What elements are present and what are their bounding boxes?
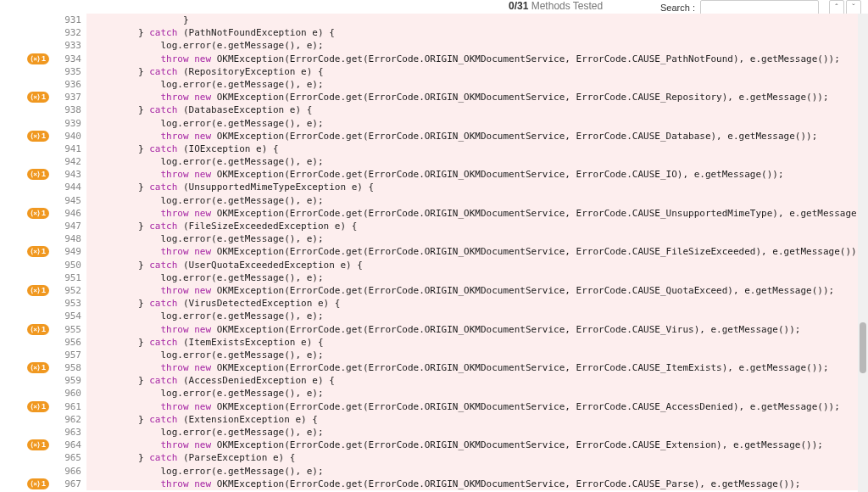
gutter-row — [0, 78, 53, 91]
code-line: 939 log.error(e.getMessage(), e); — [53, 117, 858, 130]
code-line: 938 } catch (DatabaseException e) { — [53, 103, 858, 116]
source-pre — [93, 401, 160, 412]
source-text: throw new OKMException(ErrorCode.get(Err… — [86, 439, 823, 451]
line-number: 933 — [53, 39, 86, 52]
gutter-row: ⟨×⟩1 — [0, 245, 53, 258]
keyword: catch — [149, 143, 177, 154]
source-post: (UserQuotaExceededException e) { — [177, 260, 363, 271]
gutter-row: ⟨×⟩1 — [0, 323, 53, 336]
gutter-row — [0, 194, 53, 207]
mutation-badge[interactable]: ⟨×⟩1 — [27, 131, 49, 142]
source-text: } catch (VirusDetectedException e) { — [86, 297, 340, 310]
code-line: 937 throw new OKMException(ErrorCode.get… — [53, 91, 858, 103]
source-post: (RepositoryException e) { — [177, 66, 323, 77]
gutter-row: ⟨×⟩1 — [0, 207, 53, 220]
source-post: (ExtensionException e) { — [177, 414, 318, 425]
mutation-badge[interactable]: ⟨×⟩1 — [27, 92, 49, 103]
keyword: throw new — [160, 208, 211, 219]
keyword: throw new — [160, 324, 211, 335]
source-post: OKMException(ErrorCode.get(ErrorCode.ORI… — [211, 246, 858, 257]
mutation-badge[interactable]: ⟨×⟩1 — [27, 401, 49, 412]
mutation-icon: ⟨×⟩ — [31, 92, 40, 103]
source-pre: } — [93, 414, 149, 425]
source-pre: } — [93, 66, 149, 77]
source-text: throw new OKMException(ErrorCode.get(Err… — [86, 207, 858, 220]
source-pre — [93, 324, 160, 335]
source-post: OKMException(ErrorCode.get(ErrorCode.ORI… — [211, 324, 800, 335]
source-pre: log.error(e.getMessage(), e); — [93, 195, 324, 206]
methods-tested-label: Methods Tested — [531, 0, 604, 12]
mutation-count: 1 — [42, 169, 46, 180]
code-line: 936 log.error(e.getMessage(), e); — [53, 78, 858, 91]
source-text: } catch (ExtensionException e) { — [86, 413, 318, 426]
source-pre: } — [93, 143, 149, 154]
code-viewer[interactable]: 931 }932 } catch (PathNotFoundException … — [53, 14, 858, 492]
source-pre: log.error(e.getMessage(), e); — [93, 40, 324, 51]
keyword: catch — [149, 104, 177, 115]
keyword: throw new — [160, 246, 211, 257]
source-text: } catch (ParseException e) { — [86, 451, 295, 464]
source-pre: } — [93, 27, 149, 38]
search-label: Search : — [660, 3, 695, 13]
mutation-badge[interactable]: ⟨×⟩1 — [27, 208, 49, 219]
code-line: 967 throw new OKMException(ErrorCode.get… — [53, 478, 858, 490]
mutation-badge[interactable]: ⟨×⟩1 — [27, 478, 49, 489]
chevron-up-icon: ˆ — [835, 3, 837, 13]
mutation-badge[interactable]: ⟨×⟩1 — [27, 53, 49, 64]
code-line: 941 } catch (IOException e) { — [53, 143, 858, 155]
code-line: 943 throw new OKMException(ErrorCode.get… — [53, 168, 858, 181]
code-line: 966 log.error(e.getMessage(), e); — [53, 465, 858, 478]
source-text: throw new OKMException(ErrorCode.get(Err… — [86, 478, 800, 490]
gutter-row — [0, 374, 53, 387]
vertical-scrollbar[interactable] — [858, 14, 868, 492]
gutter-row — [0, 310, 53, 322]
mutation-badge[interactable]: ⟨×⟩1 — [27, 324, 49, 335]
source-post: (VirusDetectedException e) { — [177, 298, 340, 309]
source-pre: } — [93, 375, 149, 386]
mutation-badge[interactable]: ⟨×⟩1 — [27, 362, 49, 373]
source-post: OKMException(ErrorCode.get(ErrorCode.ORI… — [211, 439, 823, 450]
source-pre — [93, 246, 160, 257]
scrollbar-thumb[interactable] — [860, 322, 866, 373]
keyword: catch — [149, 260, 177, 271]
line-number: 949 — [53, 245, 86, 258]
source-pre — [93, 53, 160, 64]
keyword: throw new — [160, 92, 211, 103]
source-text: } catch (ItemExistsException e) { — [86, 336, 324, 349]
gutter-row: ⟨×⟩1 — [0, 400, 53, 413]
mutation-count: 1 — [42, 439, 46, 450]
source-text: log.error(e.getMessage(), e); — [86, 117, 324, 130]
mutation-count: 1 — [42, 246, 46, 257]
mutation-badge[interactable]: ⟨×⟩1 — [27, 246, 49, 257]
source-pre — [93, 285, 160, 296]
source-text: } catch (UnsupportedMimeTypeException e)… — [86, 181, 374, 193]
code-line: 940 throw new OKMException(ErrorCode.get… — [53, 130, 858, 143]
mutation-badge[interactable]: ⟨×⟩1 — [27, 439, 49, 450]
code-line: 935 } catch (RepositoryException e) { — [53, 65, 858, 78]
line-number: 936 — [53, 78, 86, 91]
keyword: catch — [149, 66, 177, 77]
code-line: 952 throw new OKMException(ErrorCode.get… — [53, 284, 858, 297]
mutation-badge[interactable]: ⟨×⟩1 — [27, 169, 49, 180]
gutter-row — [0, 336, 53, 349]
line-number: 946 — [53, 207, 86, 220]
mutation-icon: ⟨×⟩ — [31, 439, 40, 450]
code-line: 960 log.error(e.getMessage(), e); — [53, 387, 858, 400]
mutation-badge[interactable]: ⟨×⟩1 — [27, 285, 49, 296]
source-text: throw new OKMException(ErrorCode.get(Err… — [86, 284, 834, 297]
source-pre: log.error(e.getMessage(), e); — [93, 388, 324, 399]
line-number: 953 — [53, 297, 86, 310]
keyword: throw new — [160, 439, 211, 450]
source-pre — [93, 208, 160, 219]
line-number: 941 — [53, 143, 86, 155]
code-line: 948 log.error(e.getMessage(), e); — [53, 232, 858, 245]
line-number: 937 — [53, 91, 86, 103]
source-text: } catch (IOException e) { — [86, 143, 279, 155]
gutter-row — [0, 259, 53, 271]
source-text: log.error(e.getMessage(), e); — [86, 78, 324, 91]
source-pre: } — [93, 14, 189, 25]
keyword: throw new — [160, 169, 211, 180]
mutation-icon: ⟨×⟩ — [31, 285, 40, 296]
source-post: OKMException(ErrorCode.get(ErrorCode.ORI… — [211, 208, 858, 219]
source-text: log.error(e.getMessage(), e); — [86, 465, 324, 478]
